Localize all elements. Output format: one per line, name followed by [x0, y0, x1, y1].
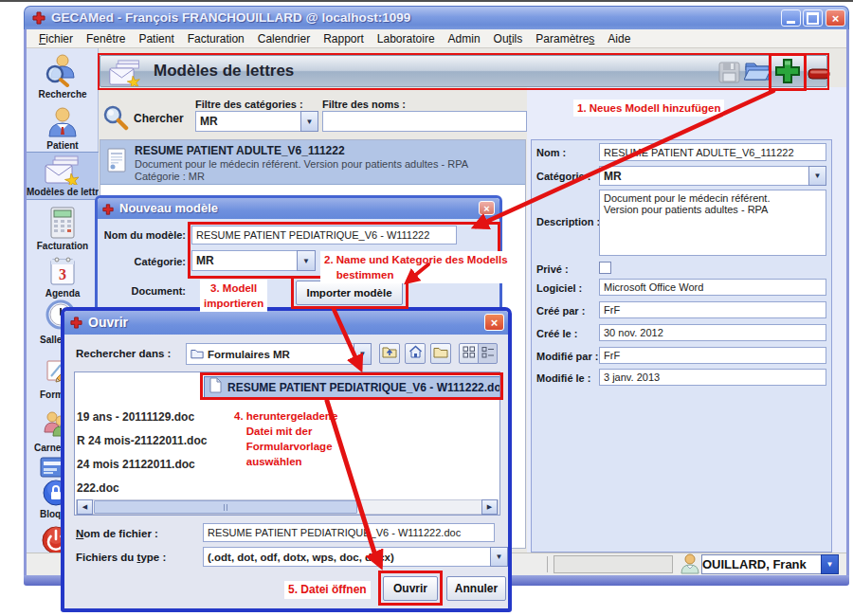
list-view-button[interactable] — [478, 343, 498, 364]
open-button[interactable]: Ouvrir — [383, 576, 438, 601]
description-field[interactable]: Document pour le médecin référent. Versi… — [599, 190, 826, 256]
file-type-select[interactable]: (.odt, dot, odf, dotx, wps, doc, docx) — [203, 547, 491, 567]
nom-label: Nom : — [536, 147, 566, 158]
file-list-item[interactable]: 24 mois 21122011.doc — [77, 458, 195, 471]
window-title: GECAMed - François FRANCHOUILLARD @ loca… — [51, 10, 410, 25]
cancel-button[interactable]: Annuler — [446, 576, 506, 601]
cree-par-field[interactable]: FrF — [599, 301, 826, 318]
template-list-item-selected[interactable]: RESUME PATIENT ADULTE_V6_111222 Document… — [100, 140, 525, 185]
search-icon — [102, 104, 129, 135]
menu-item-patient[interactable]: Patient — [132, 30, 180, 47]
file-type-arrow[interactable]: ▼ — [490, 547, 508, 567]
add-template-icon[interactable] — [773, 57, 802, 91]
prive-checkbox[interactable] — [599, 262, 611, 274]
search-label: Chercher — [134, 112, 184, 125]
open-dialog-titlebar[interactable]: Ouvrir × — [64, 311, 508, 335]
menu-bar: Fichier Fenêtre Patient Facturation Cale… — [27, 29, 846, 48]
status-field[interactable] — [554, 555, 673, 573]
look-in-arrow[interactable]: ▼ — [354, 343, 372, 365]
user-select-arrow[interactable]: ▼ — [821, 554, 839, 574]
menu-item-fenetre[interactable]: Fenêtre — [80, 30, 132, 47]
model-category-select[interactable]: MR — [191, 250, 298, 271]
sidebar-item-agenda[interactable]: 3 Agenda — [27, 256, 99, 303]
title-bar[interactable]: GECAMed - François FRANCHOUILLARD @ loca… — [24, 6, 849, 29]
file-list-hscrollbar[interactable]: ◀ ▶ — [76, 499, 499, 515]
annotation-step5: 5. Datei öffnen — [284, 581, 371, 599]
file-list-item[interactable]: 222.doc — [77, 481, 119, 495]
scroll-right-icon: ▶ — [487, 503, 492, 511]
document-icon — [106, 147, 127, 177]
menu-item-parametres[interactable]: Paramètres — [529, 30, 601, 47]
menu-item-calendrier[interactable]: Calendrier — [251, 30, 317, 47]
calendar-icon: 3 — [48, 256, 77, 290]
menu-item-facturation[interactable]: Facturation — [181, 30, 251, 47]
screenshot-stage: GECAMed - François FRANCHOUILLARD @ loca… — [0, 0, 853, 616]
annotation-step1: 1. Neues Modell hinzufügen — [573, 100, 724, 117]
file-list-item[interactable]: R 24 mois-21122011.doc — [77, 434, 207, 447]
logiciel-field[interactable]: Microsoft Office Word — [599, 279, 826, 296]
user-icon — [681, 553, 699, 578]
home-button[interactable] — [405, 343, 426, 364]
list-item-category: Catégorie : MR — [135, 171, 205, 182]
scrollbar-thumb[interactable] — [94, 500, 357, 514]
user-select[interactable]: OUILLARD, Frank — [701, 554, 822, 574]
open-folder-icon[interactable] — [744, 59, 771, 87]
home-icon — [408, 345, 423, 362]
dialog-close-button[interactable]: × — [484, 314, 504, 331]
menu-item-rapport[interactable]: Rapport — [317, 30, 371, 47]
cree-le-label: Créé le : — [536, 328, 577, 339]
modifie-le-field[interactable]: 3 janv. 2013 — [599, 369, 826, 386]
remove-template-icon[interactable] — [808, 66, 830, 83]
search-person-icon — [44, 53, 78, 91]
sidebar-item-facturation[interactable]: Facturation — [27, 206, 99, 255]
modifie-par-field[interactable]: FrF — [599, 347, 826, 364]
look-in-select[interactable]: Formulaires MR — [186, 343, 354, 365]
categorie-select[interactable]: MR — [599, 166, 809, 186]
sidebar-item-patient[interactable]: Patient — [27, 105, 99, 154]
category-filter-select[interactable]: MR — [195, 111, 301, 132]
model-name-input[interactable]: RESUME PATIENT PEDIATRIQUE_V6 - W111222 — [191, 226, 457, 245]
grid-view-button[interactable] — [459, 343, 479, 364]
category-filter-arrow[interactable]: ▼ — [300, 111, 318, 132]
chevron-down-icon: ▼ — [496, 553, 503, 561]
calculator-icon — [48, 207, 77, 243]
scroll-left-button[interactable]: ◀ — [77, 499, 93, 515]
sidebar-item-recherche[interactable]: Recherche — [27, 53, 99, 102]
new-folder-button[interactable] — [430, 343, 451, 364]
app-cross-icon — [102, 202, 114, 219]
menu-item-laboratoire[interactable]: Laboratoire — [371, 30, 442, 47]
status-divider — [547, 556, 548, 572]
menu-item-fichier[interactable]: Fichier — [32, 30, 80, 47]
scroll-right-button[interactable]: ▶ — [481, 499, 498, 515]
menu-item-aide[interactable]: Aide — [601, 30, 637, 47]
logiciel-label: Logiciel : — [536, 282, 582, 294]
grid-view-icon — [463, 345, 476, 362]
new-model-dialog-titlebar[interactable]: Nouveau modèle × — [98, 198, 499, 219]
up-one-level-button[interactable] — [379, 343, 400, 364]
modifie-par-label: Modifié par : — [536, 351, 598, 362]
close-icon: × — [832, 11, 840, 26]
maximize-button[interactable] — [803, 9, 823, 27]
chevron-down-icon: ▼ — [814, 172, 822, 180]
model-category-arrow[interactable]: ▼ — [297, 250, 316, 271]
close-icon: × — [483, 203, 489, 214]
sidebar-item-modeles-de-lettres[interactable]: Modèles de lettres — [27, 152, 99, 200]
minimize-button[interactable] — [781, 9, 801, 27]
file-list-item-selected[interactable]: RESUME PATIENT PEDIATRIQUE_V6 - W111222.… — [204, 376, 500, 398]
import-model-button[interactable]: Importer modèle — [296, 281, 403, 305]
menu-item-outils[interactable]: Outils — [487, 30, 530, 47]
categorie-select-arrow[interactable]: ▼ — [808, 166, 826, 186]
name-filter-input[interactable] — [322, 111, 527, 132]
close-button[interactable]: × — [826, 9, 845, 27]
menu-item-admin[interactable]: Admin — [442, 30, 487, 47]
file-name-label: Nom de fichier : — [76, 528, 158, 539]
nom-field[interactable]: RESUME PATIENT ADULTE_V6_111222 — [599, 143, 826, 161]
file-list-item[interactable]: 19 ans - 20111129.doc — [77, 410, 194, 424]
cree-le-field[interactable]: 30 nov. 2012 — [599, 324, 826, 341]
save-icon[interactable] — [717, 61, 741, 88]
annotation-step4: 4. heruntergeladene Datei mit der Formul… — [230, 408, 341, 470]
dialog-close-button[interactable]: × — [479, 201, 495, 215]
modifie-le-label: Modifié le : — [536, 372, 590, 384]
file-name-input[interactable]: RESUME PATIENT PEDIATRIQUE_V6 - W111222.… — [203, 523, 495, 542]
annotation-step3: 3. Modell importieren — [200, 280, 267, 312]
